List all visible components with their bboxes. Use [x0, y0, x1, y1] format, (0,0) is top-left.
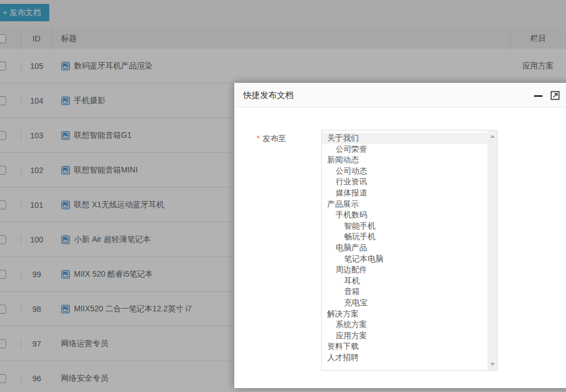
category-option[interactable]: 智能手机	[322, 221, 488, 232]
category-option[interactable]: 系统方案	[322, 319, 488, 330]
category-option[interactable]: 畅玩手机	[322, 231, 488, 242]
publish-to-label-text: 发布至	[262, 134, 286, 143]
category-option[interactable]: 人才招聘	[322, 352, 488, 363]
screen: + 发布文档 ID 标题 栏目 105数码蓝牙耳机产品渲染应用方案104手机摄影…	[0, 0, 566, 392]
category-option[interactable]: 周边配件	[322, 264, 488, 276]
category-option[interactable]: 耳机	[322, 276, 488, 287]
category-option[interactable]: 手机数码	[322, 209, 488, 221]
category-option-list: 关于我们公司荣誉新闻动态公司动态行业资讯媒体报道产品展示手机数码智能手机畅玩手机…	[322, 133, 497, 363]
category-listbox[interactable]: 关于我们公司荣誉新闻动态公司动态行业资讯媒体报道产品展示手机数码智能手机畅玩手机…	[321, 130, 498, 371]
category-option[interactable]: 应用方案	[322, 330, 488, 342]
listbox-scrollbar[interactable]	[488, 130, 497, 370]
category-option[interactable]: 新闻动态	[322, 155, 488, 166]
minimize-icon[interactable]	[534, 95, 542, 97]
category-option[interactable]: 行业资讯	[322, 176, 488, 188]
category-option[interactable]: 媒体报道	[322, 188, 488, 199]
quick-publish-dialog: 快捷发布文档 *发布至 关于我们公司荣誉新闻动态公司动态行业资讯媒体报道产品展示…	[234, 83, 566, 388]
required-asterisk: *	[257, 134, 259, 143]
category-option[interactable]: 资料下载	[322, 341, 488, 352]
publish-to-form-item: *发布至 关于我们公司荣誉新闻动态公司动态行业资讯媒体报道产品展示手机数码智能手…	[234, 130, 566, 371]
dialog-title: 快捷发布文档	[234, 83, 566, 107]
category-option[interactable]: 关于我们	[322, 133, 488, 144]
scroll-down-icon[interactable]	[490, 363, 495, 366]
category-option[interactable]: 公司动态	[322, 166, 488, 177]
publish-to-label: *发布至	[257, 130, 321, 144]
dialog-header[interactable]: 快捷发布文档	[234, 83, 566, 108]
category-option[interactable]: 笔记本电脑	[322, 254, 488, 265]
category-option[interactable]: 公司荣誉	[322, 144, 488, 155]
category-option[interactable]: 解决方案	[322, 309, 488, 320]
category-option[interactable]: 音箱	[322, 286, 488, 297]
category-option[interactable]: 电脑产品	[322, 242, 488, 254]
scroll-up-icon[interactable]	[490, 135, 495, 138]
category-option[interactable]: 充电宝	[322, 297, 488, 309]
maximize-icon[interactable]	[550, 91, 560, 101]
category-option[interactable]: 产品展示	[322, 199, 488, 210]
